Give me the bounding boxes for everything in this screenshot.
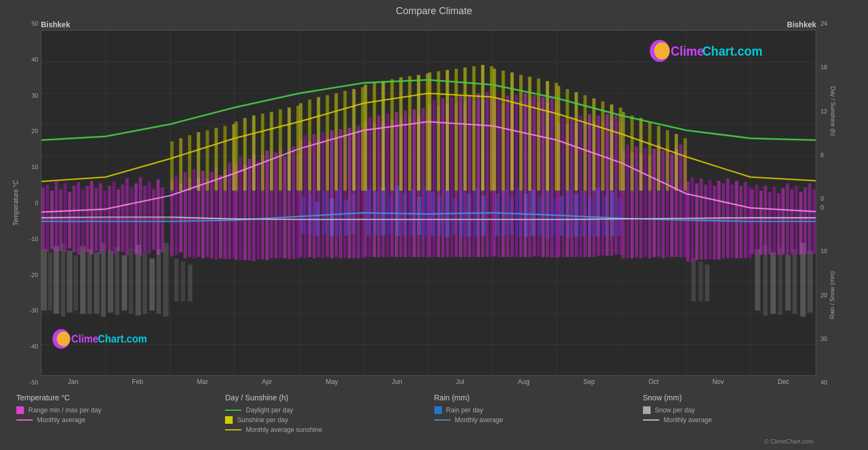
svg-rect-120 [135,183,138,254]
svg-rect-192 [450,97,453,257]
chart-title: Compare Climate [11,5,857,17]
legend-temp-range-label: Range min / max per day [28,406,101,414]
svg-rect-264 [759,190,762,254]
svg-rect-140 [228,163,231,259]
month-jul: Jul [456,378,464,386]
svg-rect-312 [454,69,458,190]
svg-rect-160 [312,134,315,259]
svg-rect-183 [412,109,416,257]
svg-rect-29 [80,246,86,314]
svg-rect-293 [299,103,302,190]
svg-rect-175 [377,116,380,257]
svg-rect-323 [546,81,549,191]
svg-rect-304 [390,79,393,190]
svg-rect-288 [261,113,264,190]
svg-rect-314 [472,66,476,190]
rain-swatch [434,406,442,414]
svg-rect-258 [735,181,738,258]
svg-rect-222 [579,116,582,257]
svg-rect-281 [205,130,209,191]
svg-rect-24 [48,252,52,310]
svg-rect-109 [86,185,89,252]
legend-temp-range: Range min / max per day [16,406,225,414]
svg-rect-325 [557,86,560,191]
svg-rect-46 [763,245,768,316]
svg-rect-233 [626,145,629,259]
svg-rect-277 [170,141,173,190]
svg-rect-113 [104,190,107,249]
svg-rect-253 [713,185,716,259]
svg-rect-42 [174,259,179,302]
svg-rect-177 [386,113,389,257]
rain-avg-line [434,419,451,421]
svg-rect-291 [288,107,291,190]
svg-rect-26 [61,243,65,316]
legend-snow-title: Snow (mm) [643,393,852,402]
legend-rain-title: Rain (mm) [434,393,643,402]
svg-rect-106 [72,185,76,252]
svg-rect-162 [321,132,325,258]
legend-snow-avg-label: Monthly average [664,416,712,424]
chart-svg: Clime Chart.com Clime Chart.com [41,31,816,375]
month-may: May [326,378,338,386]
svg-rect-311 [446,70,449,190]
legend-temp-avg-label: Monthly average [37,416,86,424]
svg-rect-327 [574,92,578,191]
svg-rect-117 [121,184,124,252]
daylight-line [225,410,241,411]
svg-rect-196 [468,94,471,257]
snow-swatch [643,406,651,414]
legend-sunshine: Day / Sunshine (h) Daylight per day Suns… [225,393,434,434]
svg-rect-112 [99,183,102,254]
month-oct: Oct [648,378,659,386]
svg-rect-296 [326,95,329,191]
svg-rect-218 [561,118,564,257]
svg-rect-170 [357,126,360,259]
sunshine-swatch [225,416,233,424]
svg-rect-164 [330,130,333,259]
svg-rect-301 [364,85,367,190]
city-label-left: Bishkek [41,20,70,29]
svg-rect-205 [506,96,509,257]
svg-rect-215 [550,96,554,258]
svg-rect-317 [493,69,496,190]
legend-sunshine-label: Sunshine per day [237,416,288,424]
legend-snow-swatch: Snow per day [643,406,852,414]
y-axis-left-label: Temperature °C [12,180,20,226]
svg-rect-306 [408,76,411,191]
svg-rect-286 [243,118,246,190]
rain-ticks: 0 10 20 30 40 [819,204,829,386]
svg-rect-107 [77,182,80,255]
chart-area: Temperature °C 50 40 30 20 10 0 -10 -20 … [11,20,857,386]
svg-rect-132 [192,169,196,259]
right-axes: 24 18 12 6 0 Day / Sunshine (h) 0 10 20 … [816,20,857,386]
svg-rect-268 [777,193,780,255]
svg-rect-25 [53,246,59,314]
svg-rect-335 [639,118,642,190]
svg-rect-121 [139,177,142,256]
svg-rect-30 [87,249,92,314]
svg-rect-155 [292,146,295,259]
svg-rect-239 [653,149,656,257]
svg-rect-230 [615,116,618,255]
svg-rect-235 [635,146,638,257]
svg-rect-220 [570,117,573,257]
legend-daylight: Daylight per day [225,406,434,414]
legend-rain-swatch: Rain per day [434,406,643,414]
legend-rain-avg: Monthly average [434,416,643,424]
legend-snow-avg: Monthly average [643,416,852,424]
month-apr: Apr [262,378,272,386]
svg-rect-119 [130,188,133,250]
legend-area: Temperature °C Range min / max per day M… [11,390,857,437]
svg-rect-285 [234,122,238,190]
svg-rect-272 [794,185,798,254]
svg-rect-181 [404,111,407,257]
svg-rect-282 [215,128,218,190]
svg-rect-249 [695,183,699,260]
legend-rain: Rain (mm) Rain per day Monthly average [434,393,643,434]
chart-top-labels: Bishkek Bishkek [41,20,816,29]
copyright: © ClimeChart.com [11,438,857,445]
svg-rect-203 [497,97,500,257]
right-axis-bottom: 0 10 20 30 40 Rain / Snow (mm) [819,204,857,386]
month-aug: Aug [518,378,530,386]
